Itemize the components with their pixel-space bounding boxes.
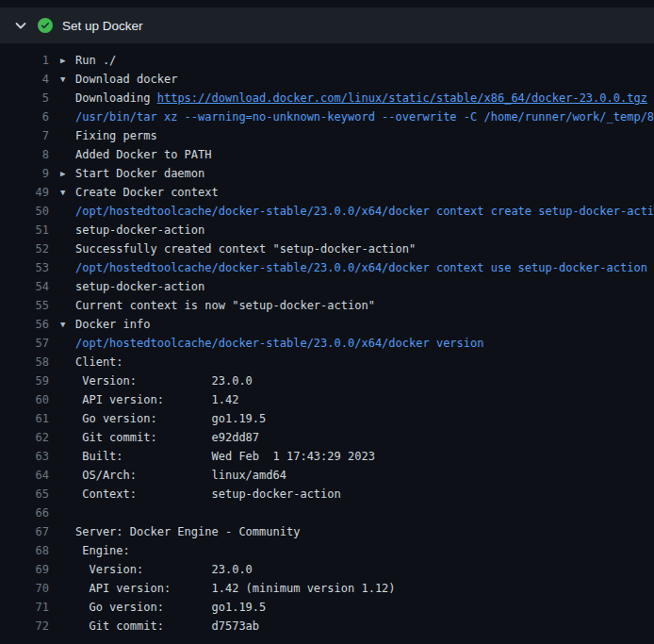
log-plain-text: Run ./	[75, 54, 116, 67]
log-text: Docker info	[75, 315, 150, 334]
line-number[interactable]: 6	[0, 107, 49, 126]
line-number[interactable]: 55	[0, 296, 49, 315]
log-plain-text: Download docker	[75, 73, 177, 86]
line-number[interactable]: 58	[0, 353, 49, 372]
log-line: 62 Git commit: e92dd87	[0, 428, 654, 447]
log-text: Downloading https://download.docker.com/…	[75, 89, 647, 107]
line-number[interactable]: 53	[0, 258, 49, 277]
line-number[interactable]: 50	[0, 202, 49, 221]
gutter-gap	[49, 277, 60, 296]
line-number[interactable]: 54	[0, 277, 49, 296]
gutter-gap	[49, 202, 60, 221]
line-number[interactable]: 69	[0, 560, 49, 579]
log-line: 5Downloading https://download.docker.com…	[0, 89, 654, 107]
line-number[interactable]: 65	[0, 485, 49, 504]
log-text: Client:	[75, 353, 123, 372]
gutter-gap	[49, 353, 60, 372]
log-plain-text: setup-docker-action	[75, 223, 204, 237]
log-text: Start Docker daemon	[75, 164, 204, 183]
log-text: Added Docker to PATH	[75, 145, 212, 164]
log-text: API version: 1.42	[75, 390, 238, 409]
group-expanded-icon[interactable]: ▼	[60, 315, 75, 334]
chevron-down-icon[interactable]	[13, 18, 28, 33]
line-number[interactable]: 7	[0, 126, 49, 145]
log-plain-text: Built: Wed Feb 1 17:43:29 2023	[75, 450, 375, 463]
line-number[interactable]: 52	[0, 239, 49, 258]
line-number[interactable]: 1	[0, 51, 49, 70]
log-line: 55Current context is now "setup-docker-a…	[0, 296, 654, 315]
log-plain-text: Go version: go1.19.5	[75, 412, 266, 425]
log-text: Download docker	[75, 70, 177, 89]
line-number[interactable]: 57	[0, 334, 49, 353]
log-plain-text: Version: 23.0.0	[75, 563, 253, 576]
log-text: Fixing perms	[75, 126, 157, 145]
line-number[interactable]: 70	[0, 579, 49, 598]
line-number[interactable]: 5	[0, 89, 49, 107]
log-text: Run ./	[75, 51, 116, 70]
gutter-gap	[49, 51, 60, 70]
line-number[interactable]: 56	[0, 315, 49, 334]
log-text: /opt/hostedtoolcache/docker-stable/23.0.…	[75, 202, 654, 221]
group-expanded-icon[interactable]: ▼	[60, 70, 75, 89]
no-icon	[60, 409, 75, 428]
line-number[interactable]: 49	[0, 183, 49, 202]
step-header[interactable]: Set up Docker	[0, 8, 654, 43]
line-number[interactable]: 63	[0, 447, 49, 466]
gutter-gap	[49, 126, 60, 145]
log-command-text: /opt/hostedtoolcache/docker-stable/23.0.…	[75, 205, 654, 218]
line-number[interactable]: 61	[0, 409, 49, 428]
gutter-gap	[49, 164, 60, 183]
group-expanded-icon[interactable]: ▼	[60, 183, 75, 202]
log-plain-text: Context: setup-docker-action	[75, 487, 341, 501]
gutter-gap	[49, 409, 60, 428]
line-number[interactable]: 64	[0, 466, 49, 485]
line-number[interactable]: 51	[0, 221, 49, 239]
line-number[interactable]: 71	[0, 598, 49, 617]
line-number[interactable]: 67	[0, 522, 49, 541]
log-plain-text: Start Docker daemon	[75, 167, 204, 180]
line-number[interactable]: 72	[0, 617, 49, 636]
line-number[interactable]: 66	[0, 504, 49, 522]
log-link[interactable]: https://download.docker.com/linux/static…	[157, 91, 647, 105]
no-icon	[60, 466, 75, 485]
line-number[interactable]: 62	[0, 428, 49, 447]
gutter-gap	[49, 258, 60, 277]
line-number[interactable]: 59	[0, 372, 49, 390]
gutter-gap	[49, 334, 60, 353]
no-icon	[60, 221, 75, 239]
log-group-line[interactable]: 49▼Create Docker context	[0, 183, 654, 202]
log-line: 7Fixing perms	[0, 126, 654, 145]
log-line: 53/opt/hostedtoolcache/docker-stable/23.…	[0, 258, 654, 277]
log-line: 8Added Docker to PATH	[0, 145, 654, 164]
log-line: 64 OS/Arch: linux/amd64	[0, 466, 654, 485]
log-line: 58Client:	[0, 353, 654, 372]
log-plain-text: Server: Docker Engine - Community	[75, 525, 300, 538]
log-group-line[interactable]: 1▶Run ./	[0, 51, 654, 70]
log-plain-text: Engine:	[75, 544, 130, 557]
no-icon	[60, 560, 75, 579]
no-icon	[60, 296, 75, 315]
log-line: 51setup-docker-action	[0, 221, 654, 239]
line-number[interactable]: 4	[0, 70, 49, 89]
log-plain-text: Added Docker to PATH	[75, 148, 212, 161]
log-text: Current context is now "setup-docker-act…	[75, 296, 375, 315]
line-number[interactable]: 68	[0, 541, 49, 560]
log-text: setup-docker-action	[75, 221, 204, 239]
log-plain-text: Go version: go1.19.5	[75, 601, 266, 614]
log-line: 52Successfully created context "setup-do…	[0, 239, 654, 258]
no-icon	[60, 598, 75, 617]
log-group-line[interactable]: 56▼Docker info	[0, 315, 654, 334]
line-number[interactable]: 9	[0, 164, 49, 183]
log-text: Version: 23.0.0	[75, 560, 253, 579]
group-collapsed-icon[interactable]: ▶	[60, 164, 75, 183]
gutter-gap	[49, 70, 60, 89]
gutter-gap	[49, 315, 60, 334]
line-number[interactable]: 60	[0, 390, 49, 409]
log-group-line[interactable]: 9▶Start Docker daemon	[0, 164, 654, 183]
group-collapsed-icon[interactable]: ▶	[60, 51, 75, 70]
gutter-gap	[49, 466, 60, 485]
log-group-line[interactable]: 4▼Download docker	[0, 70, 654, 89]
log-text: API version: 1.42 (minimum version 1.12)	[75, 579, 396, 598]
log-plain-text: Downloading	[75, 91, 157, 105]
line-number[interactable]: 8	[0, 145, 49, 164]
